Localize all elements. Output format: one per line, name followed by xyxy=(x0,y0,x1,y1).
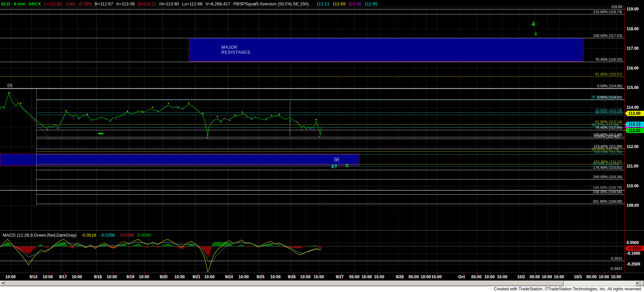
quote-header-field: V=8,288,417 xyxy=(205,1,230,6)
fib-line[interactable] xyxy=(36,139,625,139)
fib-line[interactable] xyxy=(36,100,625,100)
macd-gridline xyxy=(0,253,625,254)
time-axis-label: 9/28 xyxy=(396,275,404,279)
time-axis-label: 15:00 xyxy=(314,275,324,279)
time-axis-label: 9/25 xyxy=(257,275,264,279)
fib-line[interactable] xyxy=(36,194,625,195)
time-axis-tickmark xyxy=(210,273,210,274)
price-gridline xyxy=(0,29,625,29)
time-axis-label: 9/20 xyxy=(160,275,167,279)
time-axis-tickmark xyxy=(616,273,617,274)
time-axis-tickmark xyxy=(165,273,166,275)
hour-gridline xyxy=(604,7,604,272)
time-axis-tickmark xyxy=(262,273,263,275)
quote-header-field: L=112.82 xyxy=(44,1,62,6)
time-axis-label: 05:00 xyxy=(471,275,482,279)
time-axis-label: 15:00 xyxy=(554,275,564,279)
day-gridline xyxy=(162,7,163,272)
fib-boundary-line xyxy=(290,101,290,136)
fib-line[interactable] xyxy=(36,112,625,113)
price-axis-tickmark xyxy=(625,107,626,108)
fib-line[interactable] xyxy=(36,154,625,155)
time-axis-label: 9/18 xyxy=(94,275,102,279)
time-axis-label: 10:00 xyxy=(362,275,372,279)
fib-line[interactable] xyxy=(36,124,625,125)
status-bar-text: Created with TradeStation. ©TradeStation… xyxy=(494,287,642,291)
time-axis-tickmark xyxy=(48,273,49,274)
time-axis-tickmark xyxy=(547,273,548,274)
fib-boundary-line xyxy=(36,88,37,205)
time-axis-tickmark xyxy=(559,273,560,274)
fib-line[interactable] xyxy=(0,62,625,62)
time-axis-label: 9/19 xyxy=(126,275,134,279)
time-axis-label: 15:00 xyxy=(431,275,442,279)
fib-line[interactable] xyxy=(0,88,625,89)
macd-value: -0.0259 xyxy=(119,233,134,238)
time-axis-tickmark xyxy=(112,273,113,274)
fib-line[interactable] xyxy=(36,179,625,180)
macd-gridline xyxy=(0,264,625,264)
fib-line[interactable] xyxy=(0,9,625,9)
time-axis-tickmark xyxy=(523,273,523,275)
time-axis-label: 10:00 xyxy=(72,275,82,279)
major-resistance-zone[interactable] xyxy=(189,38,583,62)
macd-value: -0.0516 xyxy=(81,233,96,238)
time-axis-label: 15:00 xyxy=(374,275,384,279)
fib-line[interactable] xyxy=(0,14,625,14)
time-axis-label: 9/26 xyxy=(288,275,296,279)
price-axis-tickmark xyxy=(625,186,626,186)
horizontal-scrollbar[interactable]: ◄► xyxy=(0,281,644,286)
fib-line[interactable] xyxy=(36,149,625,149)
time-axis-tickmark xyxy=(579,273,580,275)
time-axis-tickmark xyxy=(355,273,355,274)
time-axis-tickmark xyxy=(437,273,437,274)
price-axis-tick: 117.00 xyxy=(627,46,639,51)
fib-line[interactable] xyxy=(36,170,625,170)
fib-line[interactable] xyxy=(36,127,625,128)
macd-axis-tickmark xyxy=(625,264,626,264)
fib-line[interactable] xyxy=(36,137,625,137)
macd-title-row: MACD (12,26,9,Green,Red,DarkGray)-0.0516… xyxy=(3,232,155,238)
scroll-right-button[interactable]: ► xyxy=(635,281,640,286)
fib-line[interactable] xyxy=(0,190,625,191)
macd-axis-tick: -0.1000 xyxy=(627,251,640,256)
price-gridline xyxy=(0,107,625,108)
quote-header-field: O=113.11 xyxy=(138,1,156,6)
price-axis-tickmark xyxy=(625,29,626,29)
scroll-thumb[interactable] xyxy=(5,281,564,286)
macd-value: -0.0256 xyxy=(100,233,115,238)
time-axis-tickmark xyxy=(592,273,592,274)
time-axis-label: 10:00 xyxy=(43,275,53,279)
quote-header-field: -0.73% xyxy=(78,1,92,6)
time-axis-tickmark xyxy=(64,273,65,275)
time-axis-label: 15:00 xyxy=(611,275,621,279)
hour-gridline xyxy=(592,7,592,272)
time-axis-label: 9/27 xyxy=(336,275,343,279)
price-axis-tick: 118.00 xyxy=(627,27,639,31)
fib-line[interactable] xyxy=(36,164,625,164)
time-axis-tickmark xyxy=(367,273,368,274)
price-axis-tickmark xyxy=(625,166,626,166)
time-axis-tickmark xyxy=(379,273,380,274)
time-axis-label: 10/2 xyxy=(517,275,525,279)
price-axis-tick: 114.00 xyxy=(627,105,639,110)
time-axis-tickmark xyxy=(535,273,536,274)
time-axis[interactable]: 10:009/1410:009/1710:009/1810:009/1910:0… xyxy=(0,273,644,281)
time-axis-tickmark xyxy=(198,273,199,275)
scroll-left-button[interactable]: ◄ xyxy=(0,281,5,286)
fib-line[interactable] xyxy=(36,151,625,152)
time-axis-label: 10:00 xyxy=(484,275,495,279)
time-axis-label: 10:00 xyxy=(270,275,281,279)
price-marker-badge: 113.69 xyxy=(625,111,644,116)
fib-line[interactable] xyxy=(0,77,625,77)
time-axis-label: 05:00 xyxy=(530,275,540,279)
time-axis-tickmark xyxy=(293,273,294,275)
fib-line[interactable] xyxy=(36,130,625,130)
fib-line[interactable] xyxy=(36,204,625,204)
fib-line[interactable] xyxy=(0,38,625,38)
fib-line[interactable] xyxy=(36,115,625,115)
quote-header-field: A=113.08 xyxy=(116,1,135,6)
fib-line[interactable] xyxy=(36,166,625,166)
pane-divider xyxy=(0,230,644,231)
quote-header-field: Lo=112.66 xyxy=(182,1,203,6)
